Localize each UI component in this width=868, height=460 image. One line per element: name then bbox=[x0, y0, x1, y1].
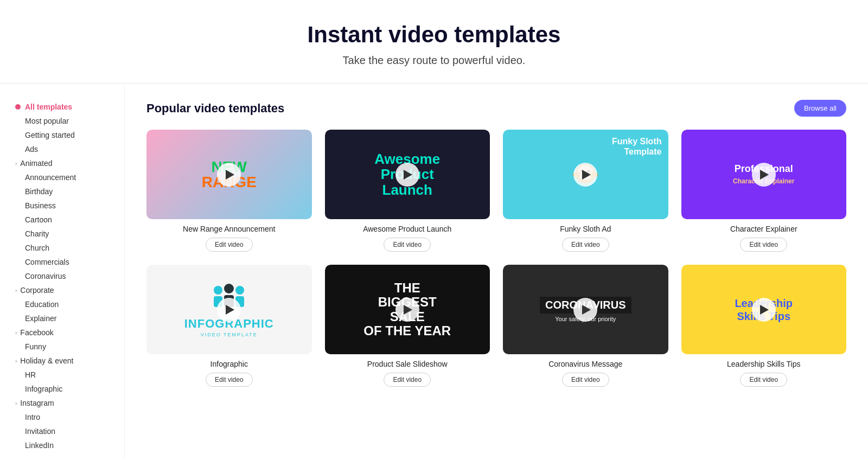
sidebar-item-label: Commercials bbox=[25, 258, 69, 266]
template-thumb-infographic[interactable]: INFOGRAPHIC VIDEO TEMPLATE bbox=[146, 265, 312, 354]
template-name: Leadership Skills Tips bbox=[681, 360, 847, 368]
sidebar-item-label: Infographic bbox=[25, 385, 62, 393]
edit-video-button[interactable]: Edit video bbox=[206, 373, 253, 387]
sidebar-item-label: Most popular bbox=[25, 117, 69, 125]
templates-grid: NEWRANGE New Range Announcement Edit vid… bbox=[146, 130, 846, 387]
sidebar-item-corporate[interactable]: ›Corporate bbox=[11, 283, 113, 297]
template-card-coronavirus-message: CORONAVIRUS Your safety, our priority Co… bbox=[503, 265, 668, 387]
template-thumb-coronavirus[interactable]: CORONAVIRUS Your safety, our priority bbox=[503, 265, 668, 354]
page-subtitle: Take the easy route to powerful video. bbox=[11, 54, 857, 67]
sidebar-item-label: Business bbox=[25, 201, 56, 210]
sidebar-item-most-popular[interactable]: Most popular bbox=[11, 114, 113, 128]
sidebar-item-label: Education bbox=[25, 300, 59, 309]
sidebar-item-holiday-event[interactable]: ›Holiday & event bbox=[11, 354, 113, 368]
sidebar-item-label: Animated bbox=[20, 159, 52, 168]
play-button[interactable] bbox=[217, 298, 241, 322]
play-button[interactable] bbox=[573, 163, 597, 187]
template-name: Awesome Product Launch bbox=[325, 225, 490, 233]
template-card-new-range-announcement: NEWRANGE New Range Announcement Edit vid… bbox=[146, 130, 312, 252]
sidebar-item-animated[interactable]: ›Animated bbox=[11, 156, 113, 170]
template-name: Funky Sloth Ad bbox=[503, 225, 668, 233]
play-button[interactable] bbox=[752, 298, 776, 322]
sidebar-item-instagram[interactable]: ›Instagram bbox=[11, 396, 113, 410]
sidebar-item-announcement[interactable]: Announcement bbox=[11, 170, 113, 184]
play-button[interactable] bbox=[752, 163, 776, 187]
edit-video-button[interactable]: Edit video bbox=[562, 373, 609, 387]
page-title: Instant video templates bbox=[11, 22, 857, 48]
play-button[interactable] bbox=[573, 298, 597, 322]
sidebar-item-cartoon[interactable]: Cartoon bbox=[11, 213, 113, 227]
template-card-product-sale-slideshow: THEBIGGESTSALEOF THE YEAR Product Sale S… bbox=[325, 265, 490, 387]
sidebar-item-label: Birthday bbox=[25, 187, 53, 196]
edit-video-button[interactable]: Edit video bbox=[740, 373, 787, 387]
template-thumb-product-sale[interactable]: THEBIGGESTSALEOF THE YEAR bbox=[325, 265, 490, 354]
sidebar-item-funny[interactable]: Funny bbox=[11, 340, 113, 354]
play-button[interactable] bbox=[217, 163, 241, 187]
template-info: Awesome Product Launch Edit video bbox=[325, 219, 490, 252]
sidebar-item-label: LinkedIn bbox=[25, 441, 54, 450]
sidebar-item-label: Invitation bbox=[25, 427, 55, 436]
sidebar-item-label: Church bbox=[25, 244, 49, 252]
sidebar-item-commercials[interactable]: Commercials bbox=[11, 255, 113, 269]
sidebar-item-label: Announcement bbox=[25, 173, 76, 182]
template-card-infographic: INFOGRAPHIC VIDEO TEMPLATE Infographic E… bbox=[146, 265, 312, 387]
sidebar-item-label: Charity bbox=[25, 229, 49, 238]
play-button[interactable] bbox=[395, 163, 419, 187]
chevron-right-icon: › bbox=[15, 330, 17, 336]
sidebar-item-ads[interactable]: Ads bbox=[11, 142, 113, 156]
sidebar-item-education[interactable]: Education bbox=[11, 297, 113, 311]
sidebar: All templatesMost popularGetting started… bbox=[0, 84, 125, 460]
sidebar-item-coronavirus[interactable]: Coronavirus bbox=[11, 269, 113, 283]
template-thumb-new-range[interactable]: NEWRANGE bbox=[146, 130, 312, 219]
edit-video-button[interactable]: Edit video bbox=[740, 238, 787, 252]
sidebar-item-business[interactable]: Business bbox=[11, 199, 113, 213]
sidebar-item-birthday[interactable]: Birthday bbox=[11, 184, 113, 199]
template-card-awesome-product-launch: AwesomeProductLaunch Awesome Product Lau… bbox=[325, 130, 490, 252]
play-button[interactable] bbox=[395, 298, 419, 322]
edit-video-button[interactable]: Edit video bbox=[384, 238, 431, 252]
sidebar-item-getting-started[interactable]: Getting started bbox=[11, 128, 113, 142]
template-card-leadership-skills-tips: LeadershipSkills Tips Leadership Skills … bbox=[681, 265, 847, 387]
sidebar-item-label: Coronavirus bbox=[25, 272, 66, 280]
sidebar-item-label: Getting started bbox=[25, 131, 75, 139]
page-header: Instant video templates Take the easy ro… bbox=[0, 0, 868, 84]
sidebar-item-label: Explainer bbox=[25, 314, 56, 323]
sidebar-item-facebook[interactable]: ›Facebook bbox=[11, 325, 113, 340]
edit-video-button[interactable]: Edit video bbox=[206, 238, 253, 252]
sidebar-item-label: Intro bbox=[25, 413, 40, 421]
sidebar-item-label: All templates bbox=[25, 103, 72, 111]
sidebar-item-church[interactable]: Church bbox=[11, 241, 113, 255]
sidebar-item-invitation[interactable]: Invitation bbox=[11, 424, 113, 438]
template-info: Product Sale Slideshow Edit video bbox=[325, 354, 490, 387]
sidebar-item-label: Instagram bbox=[20, 399, 54, 407]
sidebar-item-charity[interactable]: Charity bbox=[11, 227, 113, 241]
active-dot-icon bbox=[15, 104, 21, 110]
sidebar-item-infographic[interactable]: Infographic bbox=[11, 382, 113, 396]
edit-video-button[interactable]: Edit video bbox=[384, 373, 431, 387]
sidebar-item-linkedin[interactable]: LinkedIn bbox=[11, 438, 113, 452]
chevron-right-icon: › bbox=[15, 400, 17, 406]
template-info: New Range Announcement Edit video bbox=[146, 219, 312, 252]
template-name: Product Sale Slideshow bbox=[325, 360, 490, 368]
template-thumb-product-launch[interactable]: AwesomeProductLaunch bbox=[325, 130, 490, 219]
template-name: Character Explainer bbox=[681, 225, 847, 233]
template-info: Coronavirus Message Edit video bbox=[503, 354, 668, 387]
sidebar-item-label: Holiday & event bbox=[20, 356, 73, 365]
sidebar-item-all-templates[interactable]: All templates bbox=[11, 100, 113, 114]
edit-video-button[interactable]: Edit video bbox=[562, 238, 609, 252]
template-thumb-funky-sloth[interactable]: Funky SlothTemplate bbox=[503, 130, 668, 219]
sidebar-item-label: Ads bbox=[25, 145, 38, 154]
template-info: Character Explainer Edit video bbox=[681, 219, 847, 252]
sidebar-item-intro[interactable]: Intro bbox=[11, 410, 113, 424]
svg-point-10 bbox=[235, 286, 244, 295]
browse-all-button[interactable]: Browse all bbox=[794, 100, 846, 117]
sidebar-item-label: HR bbox=[25, 370, 36, 379]
chevron-right-icon: › bbox=[15, 161, 17, 167]
template-thumb-leadership[interactable]: LeadershipSkills Tips bbox=[681, 265, 847, 354]
template-name: New Range Announcement bbox=[146, 225, 312, 233]
sidebar-item-explainer[interactable]: Explainer bbox=[11, 311, 113, 325]
sidebar-item-hr[interactable]: HR bbox=[11, 368, 113, 382]
svg-point-6 bbox=[214, 286, 222, 295]
main-content: Popular video templates Browse all NEWRA… bbox=[125, 84, 868, 460]
template-thumb-character[interactable]: ProfessionalCharacter Explainer bbox=[681, 130, 847, 219]
